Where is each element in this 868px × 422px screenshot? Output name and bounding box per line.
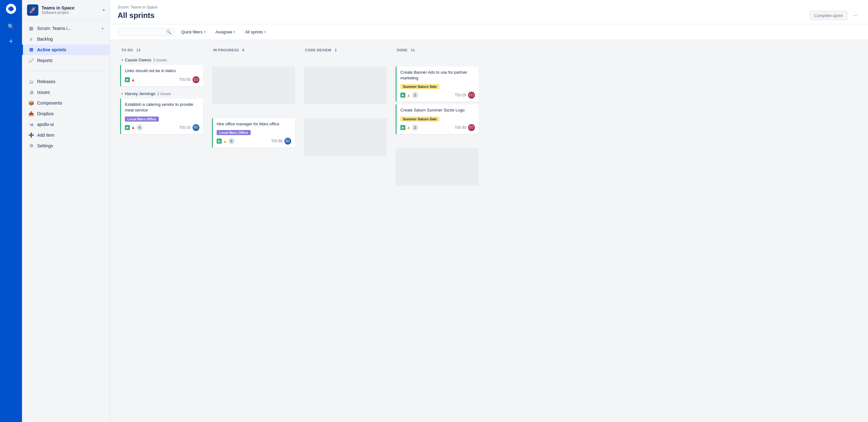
components-icon: 📦 [28, 100, 34, 106]
sidebar-item-apollo-ui[interactable]: 🖲 apollo-ui [22, 119, 110, 130]
sidebar-nav: ▦ Scrum: Teams i... ▾ ≡ Backlog ⊞ Active… [22, 21, 110, 68]
card-tis-30[interactable]: Create Saturn Summer Sizzle Logo Summer … [396, 104, 479, 134]
column-codereview-header: CODE REVIEW 1 [301, 45, 389, 55]
sidebar-item-components[interactable]: 📦 Components [22, 97, 110, 108]
sidebar-item-settings-label: Settings [37, 143, 53, 148]
card-tis-50-id: TIS-50 [271, 139, 282, 143]
sidebar-item-reports[interactable]: 📈 Reports [22, 55, 110, 66]
settings-icon: ⚙ [28, 143, 34, 149]
sidebar-nav-secondary: 🗂 Releases 🖥 Issues 📦 Components 📤 Dropb… [22, 74, 110, 154]
card-tis-15-title: Establish a catering vendor to provide m… [125, 102, 199, 113]
story-icon: ▶ [400, 92, 405, 97]
card-tis-50-badge: 9 [228, 138, 235, 144]
group-cassie-header[interactable]: ▾ Cassie Owens 3 issues [120, 55, 203, 65]
assignee-button[interactable]: Assignee ▾ [212, 28, 238, 36]
project-chevron[interactable]: ▾ [103, 8, 105, 12]
sidebar-item-components-label: Components [37, 101, 62, 106]
sidebar-item-backlog-label: Backlog [37, 36, 53, 41]
column-todo-count: 13 [136, 48, 141, 52]
card-tis-30-id: TIS-30 [455, 125, 466, 130]
toolbar: 🔍 Quick filters ▾ Assignee ▾ All sprints… [110, 24, 868, 40]
card-tis-50-icons: ▶ ▲ 9 [217, 138, 269, 144]
card-tis-30-title: Create Saturn Summer Sizzle Logo [400, 107, 475, 113]
app-logo[interactable] [6, 4, 16, 14]
card-tis-29-tag: Summer Saturn Sale [400, 84, 439, 89]
card-tis-50[interactable]: Hire office manager for Mars office Loca… [212, 118, 295, 148]
column-done: DONE 11 Create Banner Ads to use for par… [393, 45, 481, 191]
card-tis-15[interactable]: Establish a catering vendor to provide m… [120, 99, 203, 134]
svg-marker-0 [8, 6, 14, 12]
assignee-label: Assignee [215, 30, 232, 34]
sidebar-item-active-sprints-label: Active sprints [37, 47, 66, 52]
column-done-label: DONE [397, 48, 408, 52]
column-inprogress-count: 6 [243, 48, 245, 52]
header-actions: Complete sprint ··· [809, 11, 861, 24]
cassie-count: 3 issues [153, 58, 167, 62]
sidebar-item-dropbox-label: Dropbox [37, 111, 54, 116]
board: TO DO 13 ▾ Cassie Owens 3 issues Links s… [110, 40, 868, 422]
sidebar-item-settings[interactable]: ⚙ Settings [22, 140, 110, 151]
card-tis-30-icons: ▶ ▲ 2 [400, 124, 453, 131]
cassie-spacer-done [396, 55, 479, 66]
priority-icon: ▲ [131, 125, 135, 130]
project-name: Teams in Space [41, 5, 100, 10]
quick-filters-chevron: ▾ [204, 30, 205, 34]
priority-icon: ▲ [223, 139, 227, 144]
sidebar-item-dropbox[interactable]: 📤 Dropbox [22, 108, 110, 119]
search-icon[interactable]: 🔍 [7, 23, 14, 30]
sidebar-item-scrum[interactable]: ▦ Scrum: Teams i... ▾ [22, 23, 110, 34]
column-codereview-body [301, 55, 389, 161]
card-tis-15-badge: 4 [136, 124, 143, 131]
all-sprints-button[interactable]: All sprints ▾ [242, 28, 269, 36]
card-tis-55[interactable]: Links should not be in italics ▶ ▲ TIS-5… [120, 65, 203, 86]
releases-icon: 🗂 [28, 79, 34, 84]
sidebar-item-backlog[interactable]: ≡ Backlog [22, 34, 110, 45]
harvey-name: Harvey Jennings [125, 91, 155, 96]
add-item-icon: ➕ [28, 132, 34, 138]
card-tis-15-icons: ▶ ▲ 4 [125, 124, 177, 131]
create-icon[interactable]: + [9, 37, 13, 45]
empty-card-cassie-codereview [304, 66, 387, 104]
project-header[interactable]: 🚀 Teams in Space Software project ▾ [22, 0, 110, 21]
more-actions-button[interactable]: ··· [850, 11, 861, 20]
assignee-chevron: ▾ [234, 30, 235, 34]
search-input[interactable] [120, 30, 164, 34]
card-tis-15-id: TIS-15 [179, 125, 191, 130]
sidebar-item-active-sprints[interactable]: ⊞ Active sprints [22, 45, 110, 55]
avatar-cassie-3: CO [468, 124, 475, 131]
sidebar: 🚀 Teams in Space Software project ▾ ▦ Sc… [22, 0, 110, 422]
sidebar-item-releases-label: Releases [37, 79, 55, 84]
column-done-count: 11 [411, 48, 415, 52]
all-sprints-label: All sprints [245, 30, 262, 34]
card-tis-29[interactable]: Create Banner Ads to use for partner mar… [396, 66, 479, 102]
empty-card-harvey-codereview [304, 118, 387, 156]
sidebar-item-issues[interactable]: 🖥 Issues [22, 87, 110, 97]
group-harvey-header[interactable]: ▾ Harvey Jennings 2 issues [120, 89, 203, 99]
sidebar-item-releases[interactable]: 🗂 Releases [22, 76, 110, 87]
cassie-spacer-inprogress [212, 55, 295, 66]
complete-sprint-button[interactable]: Complete sprint [809, 11, 847, 20]
empty-card-harvey-done [396, 148, 479, 186]
cassie-chevron: ▾ [121, 58, 123, 62]
quick-filters-button[interactable]: Quick filters ▾ [178, 28, 209, 36]
card-tis-30-tag: Summer Saturn Sale [400, 116, 439, 121]
story-icon: ▶ [400, 125, 405, 130]
search-box[interactable]: 🔍 [118, 28, 174, 36]
sidebar-item-add-item-label: Add item [37, 133, 54, 138]
empty-card-cassie-inprogress [212, 66, 295, 104]
card-tis-29-badge: 2 [412, 92, 418, 98]
cassie-spacer-codereview [304, 55, 387, 66]
column-todo-header: TO DO 13 [118, 45, 206, 55]
avatar-cassie-2: CO [468, 92, 475, 99]
card-tis-55-title: Links should not be in italics [125, 68, 199, 74]
harvey-spacer-codereview [304, 107, 387, 118]
column-inprogress-header: IN PROGRESS 6 [210, 45, 298, 55]
story-icon: ▶ [217, 139, 222, 144]
card-tis-15-tag: Local Mars Office [125, 116, 159, 121]
sidebar-item-apollo-ui-label: apollo-ui [37, 122, 54, 127]
all-sprints-chevron: ▾ [264, 30, 266, 34]
priority-icon: ▲ [407, 93, 411, 97]
card-tis-50-footer: ▶ ▲ 9 TIS-50 HJ [217, 138, 291, 145]
sidebar-item-add-item[interactable]: ➕ Add item [22, 130, 110, 140]
active-sprints-icon: ⊞ [28, 47, 34, 53]
